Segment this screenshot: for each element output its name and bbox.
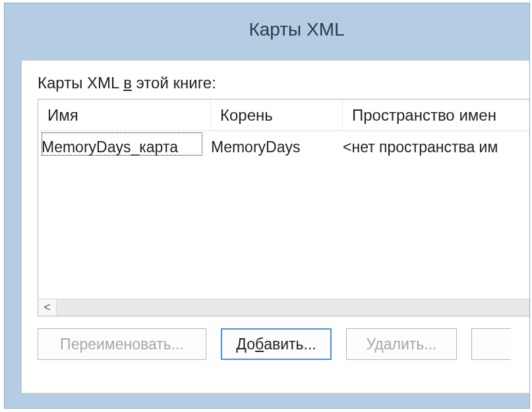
table-row[interactable]: MemoryDays_карта MemoryDays <нет простра… (42, 134, 529, 160)
horizontal-scrollbar[interactable]: < (38, 299, 529, 316)
dialog-body: Карты XML в этой книге: Имя Корень Прост… (21, 60, 529, 394)
add-button[interactable]: Добавить... (221, 328, 332, 360)
delete-button[interactable]: Удалить... (346, 328, 457, 360)
xml-maps-dialog: Карты XML Карты XML в этой книге: Имя Ко… (4, 3, 530, 409)
list-header: Имя Корень Пространство имен (38, 100, 529, 131)
column-header-root[interactable]: Корень (211, 100, 343, 131)
chevron-left-icon: < (44, 301, 51, 314)
truncated-button[interactable] (471, 328, 511, 360)
column-header-namespace[interactable]: Пространство имен (343, 100, 529, 131)
column-header-name[interactable]: Имя (38, 100, 211, 131)
cell-namespace: <нет пространства им (343, 138, 529, 156)
scroll-track[interactable] (57, 299, 529, 316)
titlebar: Карты XML (5, 3, 529, 56)
cell-name: MemoryDays_карта (42, 138, 211, 156)
xml-maps-listbox[interactable]: Имя Корень Пространство имен MemoryDays_… (38, 99, 529, 316)
dialog-title: Карты XML (249, 19, 344, 40)
scroll-left-button[interactable]: < (38, 299, 57, 316)
dialog-button-row: Переименовать... Добавить... Удалить... (38, 328, 529, 360)
cell-root: MemoryDays (211, 138, 343, 156)
rename-button[interactable]: Переименовать... (38, 328, 206, 360)
maps-in-workbook-label: Карты XML в этой книге: (38, 74, 529, 92)
